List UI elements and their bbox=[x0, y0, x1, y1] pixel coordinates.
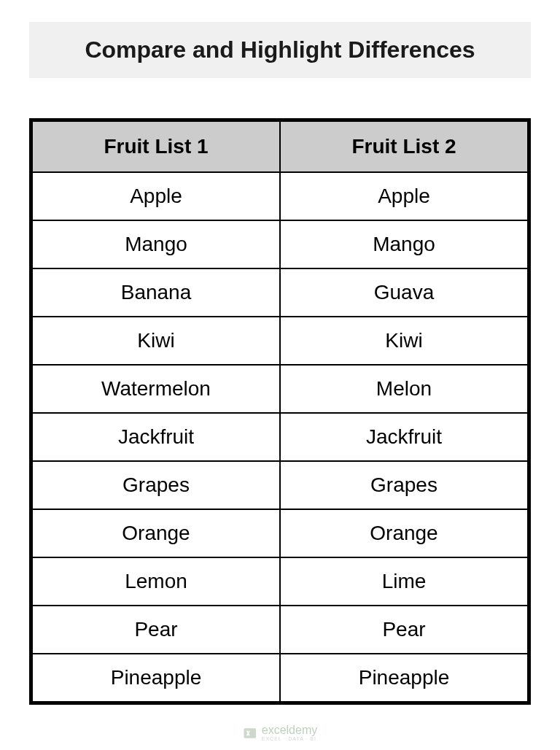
cell-list1: Grapes bbox=[32, 461, 280, 509]
cell-list2: Melon bbox=[280, 365, 528, 413]
excel-icon bbox=[243, 726, 257, 741]
cell-list2: Pear bbox=[280, 606, 528, 654]
table-row: Orange Orange bbox=[32, 509, 528, 557]
cell-list2: Lime bbox=[280, 557, 528, 606]
table-row: Watermelon Melon bbox=[32, 365, 528, 413]
watermark-tagline: EXCEL · DATA · BI bbox=[262, 736, 317, 741]
title-bar: Compare and Highlight Differences bbox=[29, 22, 531, 78]
cell-list1: Pineapple bbox=[32, 654, 280, 702]
table-row: Grapes Grapes bbox=[32, 461, 528, 509]
watermark: exceldemy EXCEL · DATA · BI bbox=[243, 724, 317, 741]
svg-rect-0 bbox=[244, 728, 256, 738]
cell-list1: Lemon bbox=[32, 557, 280, 606]
page-title: Compare and Highlight Differences bbox=[51, 36, 509, 63]
table-row: Banana Guava bbox=[32, 268, 528, 317]
table-row: Kiwi Kiwi bbox=[32, 317, 528, 365]
table-body: Apple Apple Mango Mango Banana Guava Kiw… bbox=[32, 172, 528, 702]
table-row: Mango Mango bbox=[32, 220, 528, 268]
watermark-brand: exceldemy bbox=[262, 724, 317, 736]
cell-list1: Mango bbox=[32, 220, 280, 268]
cell-list2: Grapes bbox=[280, 461, 528, 509]
cell-list2: Orange bbox=[280, 509, 528, 557]
table-row: Apple Apple bbox=[32, 172, 528, 220]
table-row: Pineapple Pineapple bbox=[32, 654, 528, 702]
table-row: Lemon Lime bbox=[32, 557, 528, 606]
watermark-text: exceldemy EXCEL · DATA · BI bbox=[262, 724, 317, 741]
cell-list2: Apple bbox=[280, 172, 528, 220]
cell-list2: Kiwi bbox=[280, 317, 528, 365]
cell-list1: Jackfruit bbox=[32, 413, 280, 461]
cell-list1: Kiwi bbox=[32, 317, 280, 365]
cell-list2: Mango bbox=[280, 220, 528, 268]
table-row: Jackfruit Jackfruit bbox=[32, 413, 528, 461]
table-header-row: Fruit List 1 Fruit List 2 bbox=[32, 121, 528, 172]
cell-list1: Watermelon bbox=[32, 365, 280, 413]
comparison-table-container: Fruit List 1 Fruit List 2 Apple Apple Ma… bbox=[29, 118, 531, 705]
cell-list1: Apple bbox=[32, 172, 280, 220]
header-list2: Fruit List 2 bbox=[280, 121, 528, 172]
cell-list2: Guava bbox=[280, 268, 528, 317]
comparison-table: Fruit List 1 Fruit List 2 Apple Apple Ma… bbox=[31, 120, 529, 703]
cell-list1: Orange bbox=[32, 509, 280, 557]
cell-list2: Pineapple bbox=[280, 654, 528, 702]
table-row: Pear Pear bbox=[32, 606, 528, 654]
cell-list2: Jackfruit bbox=[280, 413, 528, 461]
cell-list1: Pear bbox=[32, 606, 280, 654]
header-list1: Fruit List 1 bbox=[32, 121, 280, 172]
cell-list1: Banana bbox=[32, 268, 280, 317]
